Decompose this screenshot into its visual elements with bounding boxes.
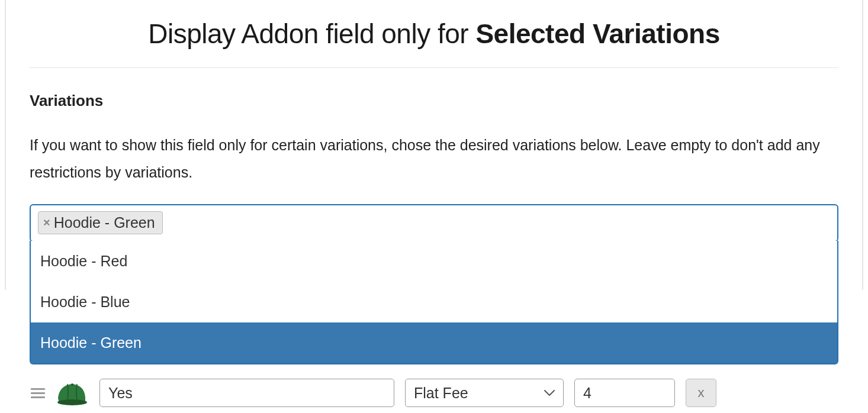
page-title-strong: Selected Variations [475,18,719,49]
dropdown-option-red[interactable]: Hoodie - Red [31,241,837,282]
page-title: Display Addon field only for Selected Va… [30,18,838,50]
svg-point-1 [71,383,73,386]
variations-label: Variations [30,92,838,110]
divider [30,67,838,68]
product-thumbnail [57,380,89,405]
addon-row: x [30,373,862,413]
drag-handle-icon[interactable] [30,388,46,398]
svg-point-0 [57,399,87,405]
variations-multiselect-wrapper: × Hoodie - Green Hoodie - Red Hoodie - B… [30,204,838,242]
content-area: Display Addon field only for Selected Va… [0,0,868,242]
amount-input[interactable] [574,379,675,407]
option-label-input[interactable] [99,379,394,407]
dropdown-option-green[interactable]: Hoodie - Green [31,322,837,363]
selected-variation-label: Hoodie - Green [54,214,155,231]
cap-icon [57,380,89,405]
remove-tag-icon[interactable]: × [43,217,50,228]
remove-row-button[interactable]: x [686,379,716,407]
variations-description: If you want to show this field only for … [30,131,838,186]
fee-type-select[interactable] [405,379,564,407]
variations-multiselect[interactable]: × Hoodie - Green [30,204,838,242]
panel-border-left [5,0,6,290]
variations-dropdown: Hoodie - Red Hoodie - Blue Hoodie - Gree… [30,241,838,364]
selected-variation-tag: × Hoodie - Green [38,211,163,234]
page-title-prefix: Display Addon field only for [148,18,475,49]
panel-border-right [862,0,863,290]
dropdown-option-blue[interactable]: Hoodie - Blue [31,282,837,322]
fee-type-wrapper [405,379,564,407]
